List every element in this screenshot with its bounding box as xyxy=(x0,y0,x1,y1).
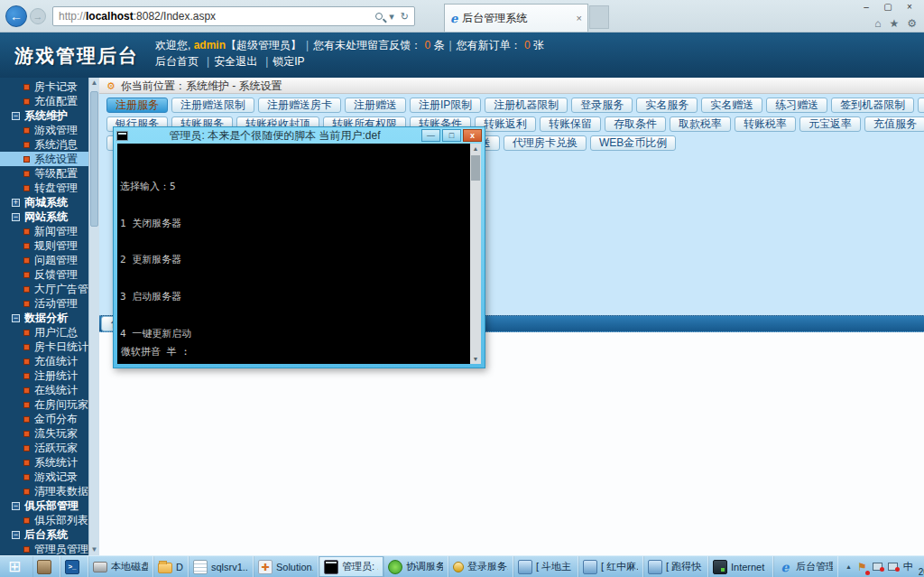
tab-button[interactable]: 注册赠送 xyxy=(345,98,406,113)
sidebar-item[interactable]: − 系统维护 xyxy=(0,108,88,123)
taskbar-item[interactable]: >_ xyxy=(60,556,88,577)
taskbar-item[interactable]: D xyxy=(153,556,189,577)
tab-button[interactable]: 注册赠送房卡 xyxy=(258,98,341,113)
sidebar-item[interactable]: 活跃玩家 xyxy=(0,441,88,455)
taskbar-item[interactable]: 登录服务... xyxy=(448,556,513,577)
sidebar-item[interactable]: 系统设置 xyxy=(0,152,88,166)
sidebar-item[interactable]: 流失玩家 xyxy=(0,426,88,441)
tab-button[interactable]: WEB金币比例 xyxy=(590,135,676,151)
sidebar-item[interactable]: 游戏管理 xyxy=(0,123,88,137)
sidebar-item[interactable]: 在房间玩家 xyxy=(0,397,88,412)
link-home[interactable]: 后台首页 xyxy=(155,55,199,68)
sidebar-item[interactable]: 反馈管理 xyxy=(0,267,88,282)
console-maximize-button[interactable]: □ xyxy=(442,129,461,142)
maximize-button[interactable]: ▢ xyxy=(877,1,899,14)
tab-button[interactable]: 实名服务 xyxy=(636,98,698,113)
scroll-up-icon[interactable]: ▲ xyxy=(89,78,99,88)
sidebar-item[interactable]: + 商城系统 xyxy=(0,195,88,209)
tab-button[interactable]: 签到机器限制 xyxy=(831,98,914,113)
sidebar-item[interactable]: 房卡记录 xyxy=(0,79,88,94)
tab-button[interactable]: 充值服务 xyxy=(864,116,924,132)
tab-button[interactable]: 取款税率 xyxy=(670,116,731,132)
tab-button[interactable]: 代理房卡兑换 xyxy=(504,135,587,151)
taskbar-item[interactable]: [ 斗地主 ... xyxy=(513,556,578,577)
console-titlebar[interactable]: 管理员: 本来是个很随便的脚本 当前用户:def — □ x xyxy=(114,127,485,144)
search-icon[interactable] xyxy=(375,13,383,20)
taskbar-item[interactable]: Internet ... xyxy=(708,556,773,577)
sidebar-item[interactable]: 用户汇总 xyxy=(0,325,88,340)
volume-icon[interactable] xyxy=(888,563,898,571)
refresh-icon[interactable]: ↻ xyxy=(401,7,409,25)
tab-button[interactable]: 注册服务 xyxy=(106,98,168,113)
network-icon[interactable] xyxy=(873,563,882,571)
sidebar-item[interactable]: 大厅广告管理 xyxy=(0,282,88,296)
console-minimize-button[interactable]: — xyxy=(421,129,440,142)
tab-close-icon[interactable]: × xyxy=(577,13,582,23)
scroll-down-icon[interactable]: ▼ xyxy=(89,544,99,555)
browser-tab[interactable]: e 后台管理系统 × xyxy=(444,4,588,32)
taskbar-item[interactable]: ⊞ xyxy=(0,556,32,577)
link-logout[interactable]: 安全退出 xyxy=(214,55,257,68)
sidebar-item[interactable]: 俱乐部列表 xyxy=(0,513,88,527)
tab-button[interactable]: 登录服务 xyxy=(571,98,633,113)
taskbar-item[interactable]: [ 红中麻... xyxy=(578,556,643,577)
tab-button[interactable]: 转账税率 xyxy=(735,116,796,132)
clock[interactable]: 5:57 2022/5/14 xyxy=(919,557,924,577)
sidebar-item[interactable]: 系统统计 xyxy=(0,455,88,470)
sidebar-item[interactable]: 等级配置 xyxy=(0,166,88,181)
address-bar[interactable]: http://localhost:8082/Index.aspx ▾ ↻ xyxy=(52,6,415,26)
close-button[interactable]: × xyxy=(899,1,920,14)
taskbar-item[interactable]: [ 跑得快 ... xyxy=(643,556,708,577)
taskbar-item[interactable]: 协调服务... xyxy=(383,556,448,577)
ime-indicator[interactable]: 中 xyxy=(903,560,913,573)
tab-button[interactable]: 元宝返率 xyxy=(799,116,861,132)
minimize-button[interactable]: – xyxy=(855,1,877,14)
tab-button[interactable]: 注册机器限制 xyxy=(485,98,568,113)
tab-button[interactable]: 实名赠送 xyxy=(701,98,762,113)
favorites-icon[interactable]: ★ xyxy=(889,17,899,30)
taskbar-item[interactable] xyxy=(32,556,60,577)
back-button[interactable]: ← xyxy=(5,5,27,27)
sidebar-item[interactable]: 充值统计 xyxy=(0,354,88,368)
console-scroll-thumb[interactable] xyxy=(471,155,480,181)
sidebar-item[interactable]: 游戏记录 xyxy=(0,470,88,484)
console-scrollbar[interactable]: ▲ ▼ xyxy=(470,144,481,364)
console-close-button[interactable]: x xyxy=(463,129,482,142)
tab-button[interactable]: 存取条件 xyxy=(605,116,666,132)
console-scroll-up-icon[interactable]: ▲ xyxy=(470,144,481,154)
tab-button[interactable]: 注册IP限制 xyxy=(410,98,481,113)
sidebar-scroll-thumb[interactable] xyxy=(90,91,98,227)
gear-icon[interactable]: ⚙ xyxy=(907,17,917,30)
forward-button[interactable]: → xyxy=(30,8,46,24)
sidebar-item[interactable]: 注册统计 xyxy=(0,368,88,383)
tab-button[interactable]: 注册赠送限制 xyxy=(171,98,254,113)
url-dropdown-icon[interactable]: ▾ xyxy=(389,7,394,25)
sidebar-item[interactable]: − 后台系统 xyxy=(0,527,88,542)
action-center-flag-icon[interactable]: ⚑ xyxy=(857,561,867,573)
tab-button[interactable]: 练习赠送 xyxy=(766,98,827,113)
sidebar-item[interactable]: − 数据分析 xyxy=(0,311,88,325)
sidebar-scrollbar[interactable]: ▲ ▼ xyxy=(88,78,99,555)
console-body[interactable]: 选择输入：5 1 关闭服务器 2 更新服务器 3 启动服务器 4 一键更新启动 … xyxy=(117,144,481,364)
sidebar-item[interactable]: 在线统计 xyxy=(0,383,88,397)
taskbar-item[interactable]: 本地磁盘... xyxy=(88,556,153,577)
home-icon[interactable]: ⌂ xyxy=(874,17,881,30)
sidebar-item[interactable]: 清理表数据 xyxy=(0,484,88,498)
taskbar-item[interactable]: e 后台管理... xyxy=(773,556,838,577)
new-tab-button[interactable] xyxy=(589,5,609,29)
sidebar-item[interactable]: 充值配置 xyxy=(0,94,88,108)
taskbar-item[interactable]: ✚ Solution... xyxy=(254,556,319,577)
tray-expand-icon[interactable]: ▲ xyxy=(845,563,852,570)
sidebar-item[interactable]: 活动管理 xyxy=(0,296,88,311)
taskbar-item[interactable]: sqlsrv1... xyxy=(189,556,254,577)
link-lock-ip[interactable]: 锁定IP xyxy=(273,55,304,68)
tab-button[interactable]: 转账保留 xyxy=(540,116,601,132)
sidebar-item[interactable]: − 俱乐部管理 xyxy=(0,498,88,513)
sidebar-item[interactable]: 新闻管理 xyxy=(0,224,88,238)
taskbar-item[interactable]: 管理员: ... xyxy=(319,556,383,577)
tab-button[interactable]: 低保领取条件 xyxy=(918,98,924,113)
sidebar-item[interactable]: 系统消息 xyxy=(0,137,88,152)
sidebar-item[interactable]: 金币分布 xyxy=(0,412,88,426)
sidebar-item[interactable]: 规则管理 xyxy=(0,238,88,253)
console-scroll-down-icon[interactable]: ▼ xyxy=(470,354,481,364)
